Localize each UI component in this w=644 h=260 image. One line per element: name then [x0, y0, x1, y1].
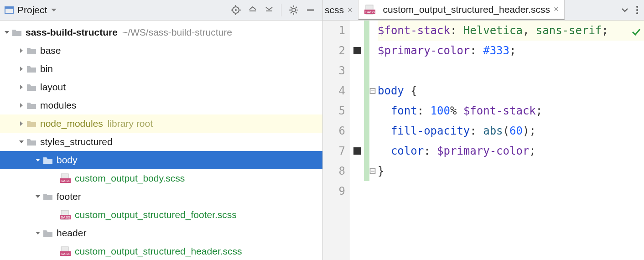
svg-point-10 [292, 8, 296, 12]
gutter-markers [350, 21, 364, 260]
tree-folder-layout[interactable]: layout [0, 78, 322, 96]
chevron-right-icon[interactable] [16, 66, 26, 72]
more-options-icon[interactable] [636, 5, 639, 15]
code-line: fill-opacity: abs(60); [378, 121, 644, 141]
code-line: color: $primary-color; [378, 141, 644, 161]
tree-node-label: base [40, 45, 61, 56]
tree-folder-header[interactable]: header [0, 224, 322, 242]
tree-node-label: header [57, 228, 86, 239]
chevron-down-icon[interactable] [33, 157, 43, 163]
svg-line-16 [296, 12, 297, 13]
chevron-right-icon[interactable] [16, 84, 26, 90]
tree-node-label: node_modules [40, 118, 103, 129]
tab-dropdown-icon[interactable] [621, 6, 628, 14]
folder-icon [43, 192, 53, 201]
settings-gear-icon[interactable] [289, 5, 299, 15]
line-number: 1 [323, 21, 345, 41]
code-area[interactable]: $font-stack: Helvetica, sans-serif; $pri… [376, 21, 644, 260]
line-number: 3 [323, 61, 345, 81]
line-number: 9 [323, 181, 345, 201]
line-number: 5 [323, 101, 345, 121]
tree-folder-base[interactable]: base [0, 42, 322, 60]
chevron-down-icon[interactable] [16, 139, 26, 145]
code-line: body { [378, 81, 644, 101]
folder-icon [26, 47, 36, 55]
svg-line-17 [291, 12, 292, 13]
tree-node-label: styles_structured [40, 136, 113, 147]
fold-toggle-icon[interactable]: ⊟ [369, 81, 376, 101]
sass-file-icon: SASS [59, 246, 71, 256]
code-line: } [378, 161, 644, 181]
chevron-right-icon[interactable] [16, 120, 26, 127]
svg-text:SASS: SASS [61, 215, 70, 219]
line-number: 4 [323, 81, 345, 101]
tree-folder-styles-structured[interactable]: styles_structured [0, 133, 322, 151]
color-swatch-marker[interactable] [353, 141, 361, 161]
svg-point-32 [636, 6, 638, 8]
code-line [378, 61, 644, 81]
code-line: font: 100% $font-stack; [378, 101, 644, 121]
inspection-ok-icon[interactable] [631, 23, 641, 43]
sass-file-icon: SASS [59, 210, 71, 220]
editor-tabs-bar: scss × SASS custom_output_structured_hea… [323, 0, 644, 21]
tree-file-header-scss[interactable]: SASS custom_output_structured_header.scs… [0, 242, 322, 260]
tree-folder-footer[interactable]: footer [0, 187, 322, 206]
chevron-down-icon[interactable] [2, 29, 12, 36]
toolbar-separator [281, 4, 281, 16]
dropdown-chevron-icon[interactable] [51, 7, 57, 13]
tree-root[interactable]: sass-build-structure ~/WS/sass-build-str… [0, 23, 322, 42]
tree-node-label: modules [40, 100, 76, 111]
tree-node-hint: ~/WS/sass-build-structure [122, 27, 232, 38]
hide-panel-icon[interactable] [306, 5, 315, 15]
locate-target-icon[interactable] [231, 5, 241, 15]
tree-node-label: footer [57, 191, 81, 202]
code-line: $primary-color: #333; [378, 41, 644, 61]
code-line [378, 181, 644, 201]
project-tree[interactable]: sass-build-structure ~/WS/sass-build-str… [0, 21, 322, 260]
vcs-change-strip [364, 21, 369, 181]
tree-file-footer-scss[interactable]: SASS custom_output_structured_footer.scs… [0, 206, 322, 224]
svg-point-3 [235, 9, 237, 11]
close-tab-icon[interactable]: × [348, 5, 353, 15]
tree-folder-modules[interactable]: modules [0, 96, 322, 114]
folder-icon [43, 229, 53, 237]
svg-text:SASS: SASS [365, 10, 375, 14]
fold-end-icon: ⊟ [369, 161, 376, 181]
chevron-right-icon[interactable] [16, 47, 26, 54]
library-folder-icon [26, 120, 36, 128]
tree-node-label: body [57, 155, 78, 166]
tree-node-label: sass-build-structure [26, 27, 118, 38]
editor-tab-active[interactable]: SASS custom_output_structured_header.scs… [358, 0, 565, 20]
line-number-gutter[interactable]: 1 2 3 4 5 6 7 8 9 [323, 21, 350, 260]
svg-text:SASS: SASS [61, 252, 70, 256]
tree-node-label: custom_output_structured_header.scss [75, 246, 242, 257]
close-tab-icon[interactable]: × [554, 5, 559, 14]
tree-file-body-scss[interactable]: SASS custom_output_body.scss [0, 169, 322, 187]
tab-label: custom_output_structured_header.scss [383, 4, 551, 15]
expand-all-icon[interactable] [248, 5, 257, 15]
chevron-right-icon[interactable] [16, 102, 26, 109]
tree-folder-node-modules[interactable]: node_modules library root [0, 114, 322, 133]
collapse-all-icon[interactable] [265, 5, 274, 15]
svg-line-15 [291, 7, 292, 8]
tree-node-label: custom_output_body.scss [75, 173, 185, 184]
project-view-icon [5, 5, 14, 15]
tree-folder-bin[interactable]: bin [0, 60, 322, 78]
line-number: 7 [323, 141, 345, 161]
svg-text:SASS: SASS [61, 179, 70, 183]
folder-icon [12, 28, 22, 36]
line-number: 2 [323, 41, 345, 61]
svg-line-18 [296, 7, 297, 8]
line-number: 6 [323, 121, 345, 141]
project-panel-title[interactable]: Project [17, 5, 47, 16]
chevron-down-icon[interactable] [33, 193, 43, 200]
fold-gutter: ⊟ ⊟ [369, 21, 376, 260]
color-swatch-marker[interactable] [353, 41, 361, 61]
editor-tab-partial[interactable]: scss × [323, 0, 358, 20]
svg-point-33 [636, 9, 638, 11]
tree-folder-body[interactable]: body [0, 151, 322, 169]
chevron-down-icon[interactable] [33, 230, 43, 236]
project-panel-header: Project [0, 0, 322, 21]
tree-node-label: layout [40, 82, 66, 93]
folder-icon [26, 83, 36, 91]
